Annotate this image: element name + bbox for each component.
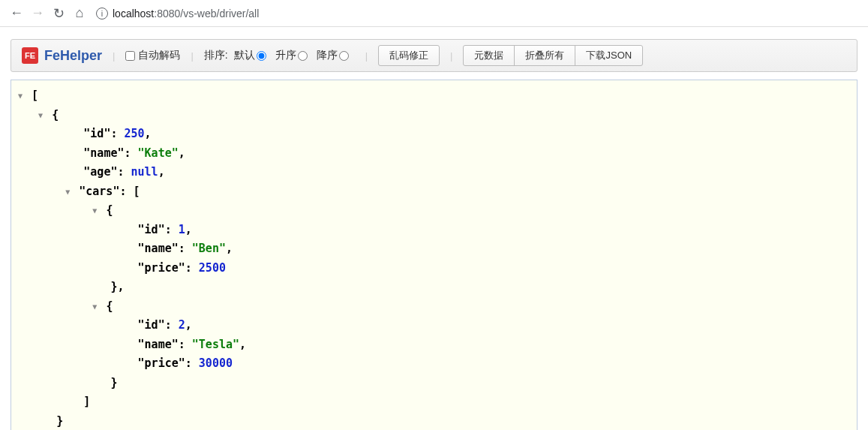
json-key: "price"	[138, 261, 185, 275]
json-value: null	[131, 165, 158, 179]
action-button-group: 元数据 折叠所有 下载JSON	[463, 45, 643, 66]
json-key: "cars"	[79, 185, 119, 198]
separator: |	[450, 50, 452, 62]
separator: |	[365, 50, 368, 62]
sort-label: 排序:	[204, 49, 228, 62]
json-key: "name"	[138, 338, 179, 351]
sort-radio-group: 默认 升序 降序	[234, 49, 355, 62]
separator: |	[113, 50, 115, 62]
nav-forward-button[interactable]: →	[27, 3, 48, 24]
json-value: "Kate"	[138, 146, 179, 160]
brand-label: FeHelper	[44, 48, 102, 64]
json-key: "id"	[138, 223, 165, 236]
toggle-icon[interactable]: ▼	[16, 89, 25, 102]
json-key: "id"	[83, 127, 110, 140]
separator: |	[191, 50, 193, 62]
fix-encoding-button[interactable]: 乱码修正	[378, 45, 440, 66]
auto-decode-label: 自动解码	[138, 49, 180, 62]
json-viewer: ▼ [ ▼ { "id": 250, "name": "Kate", "age"…	[11, 80, 857, 430]
json-value: 2500	[199, 261, 226, 275]
toggle-icon[interactable]: ▼	[36, 109, 45, 122]
sort-asc-radio[interactable]: 升序	[275, 49, 308, 62]
json-key: "price"	[138, 356, 185, 370]
download-json-button[interactable]: 下载JSON	[575, 45, 643, 66]
raw-data-button[interactable]: 元数据	[463, 45, 515, 66]
brand-logo-icon: FE	[22, 47, 38, 64]
json-value: 1	[179, 223, 185, 236]
json-key: "name"	[138, 242, 179, 255]
fehelper-toolbar: FE FeHelper | 自动解码 | 排序: 默认 升序 降序 | 乱码修正…	[11, 39, 857, 72]
json-key: "age"	[83, 165, 117, 179]
auto-decode-checkbox[interactable]: 自动解码	[125, 49, 180, 62]
json-key: "id"	[138, 318, 165, 332]
site-info-icon[interactable]: i	[96, 8, 108, 20]
json-value: "Tesla"	[192, 338, 239, 351]
toggle-icon[interactable]: ▼	[90, 204, 99, 217]
json-value: 250	[125, 127, 145, 140]
json-value: 2	[179, 318, 185, 332]
nav-reload-button[interactable]: ↻	[48, 3, 69, 24]
url-path: /vs-web/driver/all	[180, 8, 259, 20]
collapse-all-button[interactable]: 折叠所有	[514, 45, 575, 66]
brand[interactable]: FE FeHelper	[22, 47, 102, 64]
json-key: "name"	[83, 146, 124, 160]
browser-toolbar: ← → ↻ ⌂ i localhost:8080/vs-web/driver/a…	[0, 0, 868, 27]
sort-default-radio[interactable]: 默认	[234, 49, 266, 62]
sort-desc-radio[interactable]: 降序	[317, 49, 349, 62]
nav-home-button[interactable]: ⌂	[69, 3, 90, 24]
json-value: 30000	[199, 356, 233, 370]
json-value: "Ben"	[192, 242, 226, 255]
auto-decode-input[interactable]	[125, 51, 135, 61]
url-text: localhost:8080/vs-web/driver/all	[113, 8, 259, 20]
nav-back-button[interactable]: ←	[6, 3, 27, 24]
toggle-icon[interactable]: ▼	[90, 300, 99, 313]
url-port: :8080	[154, 8, 180, 20]
url-host: localhost	[113, 8, 154, 20]
address-bar[interactable]: i localhost:8080/vs-web/driver/all	[96, 8, 259, 20]
toggle-icon[interactable]: ▼	[63, 185, 72, 198]
